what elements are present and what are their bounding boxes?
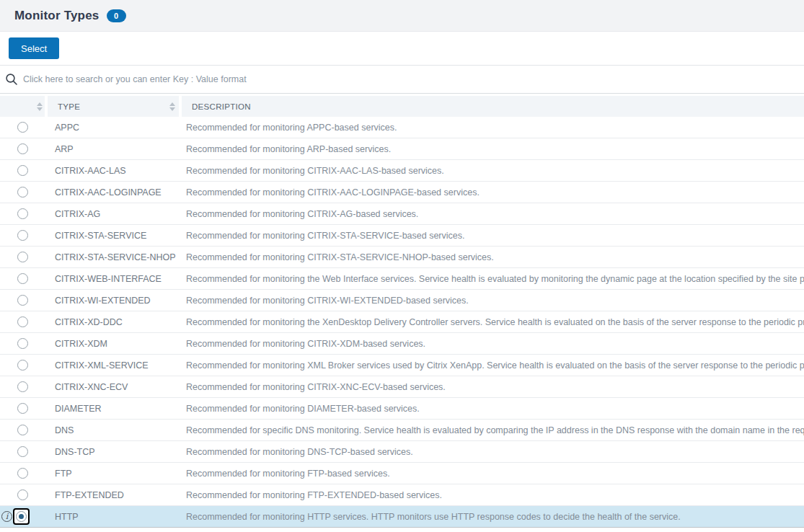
monitor-type-radio[interactable] (17, 468, 28, 479)
radio-focus-frame (14, 249, 31, 265)
description-cell: Recommended for monitoring CITRIX-XNC-EC… (176, 376, 804, 397)
type-cell: CITRIX-XDM (45, 333, 176, 354)
column-header-type[interactable]: TYPE (48, 96, 179, 117)
radio-cell: i (0, 376, 45, 397)
description-cell: Recommended for monitoring ARP-based ser… (176, 138, 804, 159)
monitor-type-description: Recommended for monitoring XML Broker se… (186, 360, 804, 371)
monitor-type-radio[interactable] (17, 143, 28, 154)
monitor-type-radio[interactable] (17, 230, 28, 241)
monitor-type-name: CITRIX-AAC-LOGINPAGE (55, 187, 162, 198)
table-row[interactable]: i CITRIX-AAC-LOGINPAGE Recommended for m… (0, 182, 804, 203)
type-cell: CITRIX-STA-SERVICE-NHOP (45, 247, 176, 267)
table-row[interactable]: i CITRIX-XNC-ECV Recommended for monitor… (0, 376, 804, 398)
monitor-type-radio[interactable] (17, 187, 28, 198)
description-cell: Recommended for specific DNS monitoring.… (176, 420, 804, 440)
type-cell: CITRIX-WI-EXTENDED (45, 290, 176, 311)
table-header: TYPE DESCRIPTION (0, 96, 804, 117)
table-row[interactable]: i DNS Recommended for specific DNS monit… (0, 420, 804, 441)
radio-cell: i (0, 117, 45, 138)
table-row[interactable]: i CITRIX-AG Recommended for monitoring C… (0, 203, 804, 225)
table-row[interactable]: i CITRIX-STA-SERVICE-NHOP Recommended fo… (0, 247, 804, 268)
table-row[interactable]: i CITRIX-WEB-INTERFACE Recommended for m… (0, 268, 804, 290)
toolbar: Select (0, 32, 804, 66)
type-cell: DIAMETER (45, 398, 176, 419)
monitor-type-radio[interactable] (17, 316, 28, 327)
monitor-type-radio[interactable] (17, 295, 28, 306)
radio-cell: i (0, 441, 45, 462)
monitor-type-radio[interactable] (17, 446, 28, 457)
table-row[interactable]: i FTP-EXTENDED Recommended for monitorin… (0, 484, 804, 506)
type-cell: CITRIX-XML-SERVICE (45, 355, 176, 376)
table-row[interactable]: i CITRIX-XML-SERVICE Recommended for mon… (0, 355, 804, 376)
table-row[interactable]: i HTTP Recommended for monitoring HTTP s… (0, 506, 804, 528)
description-cell: Recommended for monitoring the Web Inter… (176, 268, 804, 289)
monitor-type-radio[interactable] (17, 489, 28, 500)
monitor-type-description: Recommended for monitoring HTTP services… (186, 512, 681, 522)
table-row[interactable]: i FTP Recommended for monitoring FTP-bas… (0, 463, 804, 484)
monitor-type-description: Recommended for monitoring DNS-TCP-based… (186, 447, 413, 457)
description-cell: Recommended for monitoring DIAMETER-base… (176, 398, 804, 419)
page-title: Monitor Types (14, 9, 100, 23)
radio-focus-frame (14, 422, 31, 438)
monitor-type-radio[interactable] (17, 208, 28, 219)
monitor-type-description: Recommended for monitoring DIAMETER-base… (186, 404, 420, 414)
monitor-type-name: FTP (55, 469, 72, 479)
table-row[interactable]: i ARP Recommended for monitoring ARP-bas… (0, 138, 804, 160)
radio-focus-frame (14, 141, 31, 157)
monitor-type-name: CITRIX-XDM (55, 339, 107, 349)
monitor-type-name: CITRIX-AAC-LAS (55, 166, 126, 176)
monitor-type-description: Recommended for monitoring ARP-based ser… (186, 144, 391, 154)
monitor-type-radio[interactable] (17, 425, 28, 435)
radio-focus-frame (13, 508, 30, 525)
sort-icon[interactable] (37, 102, 43, 111)
radio-focus-frame (14, 162, 31, 179)
type-cell: CITRIX-XD-DDC (45, 311, 176, 332)
column-header-description: DESCRIPTION (182, 96, 804, 117)
type-cell: DNS (45, 420, 176, 440)
table-row[interactable]: i CITRIX-STA-SERVICE Recommended for mon… (0, 225, 804, 247)
description-cell: Recommended for monitoring HTTP services… (176, 506, 804, 527)
selection-count-badge: 0 (107, 9, 126, 22)
monitor-type-description: Recommended for monitoring CITRIX-AAC-LA… (186, 166, 444, 176)
monitor-type-radio[interactable] (17, 252, 28, 262)
table-row[interactable]: i DNS-TCP Recommended for monitoring DNS… (0, 441, 804, 463)
radio-cell: i (0, 138, 45, 159)
monitor-type-description: Recommended for monitoring CITRIX-WI-EXT… (186, 296, 469, 306)
monitor-type-name: CITRIX-STA-SERVICE (55, 231, 146, 241)
monitor-type-radio[interactable] (17, 273, 28, 284)
radio-focus-frame (14, 292, 31, 309)
monitor-type-radio[interactable] (17, 165, 28, 176)
monitor-type-radio[interactable] (16, 511, 27, 522)
monitor-type-name: CITRIX-STA-SERVICE-NHOP (55, 252, 176, 262)
monitor-type-name: DNS (55, 425, 74, 435)
monitor-type-radio[interactable] (17, 122, 28, 133)
type-cell: DNS-TCP (45, 441, 176, 462)
monitor-type-description: Recommended for monitoring APPC-based se… (186, 123, 397, 133)
sort-icon[interactable] (169, 102, 175, 111)
monitor-type-radio[interactable] (17, 360, 28, 371)
radio-cell: i (0, 268, 45, 289)
info-icon[interactable]: i (1, 511, 12, 522)
column-header-select[interactable] (0, 96, 45, 117)
table-row[interactable]: i DIAMETER Recommended for monitoring DI… (0, 398, 804, 420)
select-button[interactable]: Select (9, 37, 59, 59)
table-row[interactable]: i CITRIX-XDM Recommended for monitoring … (0, 333, 804, 355)
monitor-type-radio[interactable] (17, 381, 28, 392)
table-row[interactable]: i CITRIX-XD-DDC Recommended for monitori… (0, 311, 804, 333)
description-cell: Recommended for monitoring the XenDeskto… (176, 311, 804, 332)
monitor-type-radio[interactable] (17, 338, 28, 349)
monitor-types-page: Monitor Types 0 Select TYPE DESCRIPTION (0, 0, 804, 532)
table-row[interactable]: i APPC Recommended for monitoring APPC-b… (0, 117, 804, 138)
type-cell: CITRIX-AAC-LOGINPAGE (45, 182, 176, 203)
monitor-type-name: ARP (55, 144, 74, 154)
table-row[interactable]: i CITRIX-WI-EXTENDED Recommended for mon… (0, 290, 804, 311)
table-row[interactable]: i CITRIX-AAC-LAS Recommended for monitor… (0, 160, 804, 182)
type-cell: FTP-EXTENDED (45, 484, 176, 505)
type-cell: ARP (45, 138, 176, 159)
radio-cell: i (0, 225, 45, 246)
monitor-type-description: Recommended for monitoring FTP-EXTENDED-… (186, 490, 442, 500)
search-input[interactable] (23, 74, 798, 84)
monitor-type-description: Recommended for monitoring CITRIX-STA-SE… (186, 252, 494, 262)
monitor-type-radio[interactable] (17, 403, 28, 414)
monitor-type-name: APPC (55, 123, 79, 133)
